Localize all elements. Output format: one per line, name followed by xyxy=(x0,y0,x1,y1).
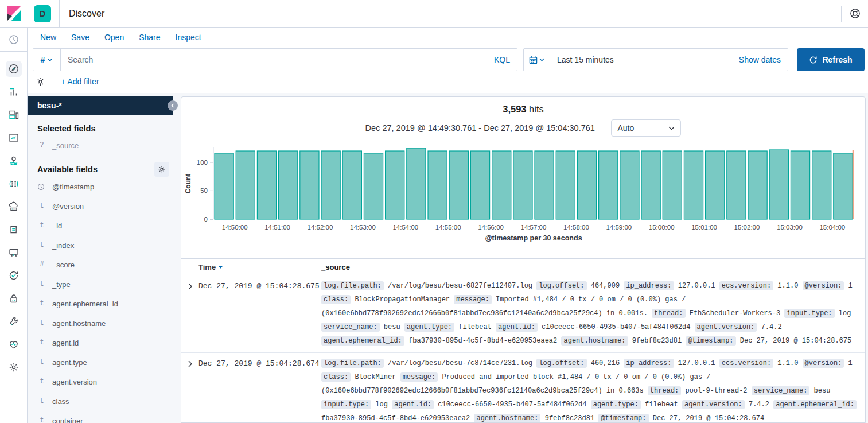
row-time: Dec 27, 2019 @ 15:04:28.674 xyxy=(198,353,321,423)
refresh-button[interactable]: Refresh xyxy=(797,48,865,71)
rail-item-dashboard[interactable] xyxy=(0,103,27,126)
svg-text:14:56:00: 14:56:00 xyxy=(478,224,504,231)
rail-item-stack-monitoring[interactable] xyxy=(0,333,27,356)
field-settings-gear-icon[interactable] xyxy=(154,162,169,177)
field-key-badge: service_name: xyxy=(752,386,810,395)
sort-time-header[interactable]: Time xyxy=(198,263,321,271)
rail-item-visualize[interactable] xyxy=(0,80,27,103)
top-header: D Discover xyxy=(0,0,868,28)
rail-item-maps[interactable] xyxy=(0,149,27,172)
svg-text:0: 0 xyxy=(204,216,208,223)
rail-item-discover[interactable] xyxy=(0,57,27,80)
expand-row-chevron-icon[interactable] xyxy=(181,275,198,293)
field-item-source[interactable]: ?_source xyxy=(28,135,173,155)
results-panel: 3,593 hits Dec 27, 2019 @ 14:49:30.761 -… xyxy=(181,96,866,423)
field-item-index[interactable]: t_index xyxy=(28,235,173,255)
rail-item-canvas[interactable] xyxy=(0,126,27,149)
time-range-field[interactable]: Last 15 minutes Show dates xyxy=(550,49,788,71)
rail-item-siem[interactable] xyxy=(0,287,27,310)
field-name: agent.type xyxy=(52,358,87,367)
index-pattern-header[interactable]: besu-* xyxy=(28,96,173,115)
field-item-version[interactable]: t@version xyxy=(28,196,173,216)
field-type-icon: t xyxy=(37,378,46,386)
svg-text:Count: Count xyxy=(184,174,192,194)
field-item-type[interactable]: t_type xyxy=(28,274,173,294)
field-key-badge: agent.hostname: xyxy=(474,414,540,423)
field-type-icon: # xyxy=(37,261,46,269)
field-type-icon xyxy=(37,183,46,191)
field-key-badge: agent.version: xyxy=(682,400,745,409)
header-divider xyxy=(59,0,60,27)
filter-settings-gear-icon[interactable] xyxy=(33,75,47,88)
field-key-badge: agent.id: xyxy=(392,400,434,409)
rail-item-metrics[interactable] xyxy=(0,195,27,218)
calendar-button[interactable] xyxy=(524,49,550,71)
histogram-chart[interactable]: 050100Count14:50:0014:51:0014:52:0014:53… xyxy=(181,142,865,253)
rail-item-uptime[interactable] xyxy=(0,264,27,287)
svg-text:14:58:00: 14:58:00 xyxy=(563,224,589,231)
field-key-badge: @timestamp: xyxy=(598,414,648,423)
hits-label: hits xyxy=(529,104,544,114)
field-key-badge: agent.ephemeral_id: xyxy=(321,336,404,346)
expand-row-chevron-icon[interactable] xyxy=(181,353,198,370)
rail-item-recently-viewed[interactable] xyxy=(0,28,27,52)
field-key-badge: log.file.path: xyxy=(321,359,384,368)
field-name: _type xyxy=(52,280,71,289)
field-key-badge: input.type: xyxy=(784,309,834,318)
rail-item-machine-learning[interactable] xyxy=(0,172,27,195)
kibana-logo[interactable] xyxy=(0,0,28,27)
siem-icon xyxy=(8,293,20,304)
rail-item-dev-tools[interactable] xyxy=(0,310,27,333)
search-input[interactable] xyxy=(61,55,487,64)
chevron-down-icon xyxy=(668,126,675,130)
field-item-timestamp[interactable]: @timestamp xyxy=(28,177,173,196)
svg-text:15:00:00: 15:00:00 xyxy=(649,224,675,231)
table-row: Dec 27, 2019 @ 15:04:28.675log.file.path… xyxy=(181,275,865,353)
field-type-icon: t xyxy=(37,358,46,366)
field-item-agentephemeralid[interactable]: tagent.ephemeral_id xyxy=(28,294,173,313)
index-pattern-name: besu-* xyxy=(37,101,62,110)
header-divider xyxy=(28,0,28,27)
menu-item-save[interactable]: Save xyxy=(71,33,89,42)
collapse-sidebar-button[interactable] xyxy=(168,100,178,111)
menu-item-share[interactable]: Share xyxy=(139,33,160,42)
field-item-id[interactable]: t_id xyxy=(28,216,173,235)
hits-count: 3,593 hits xyxy=(181,97,865,115)
svg-text:14:51:00: 14:51:00 xyxy=(264,224,290,231)
field-key-badge: message: xyxy=(454,295,492,304)
menu-item-inspect[interactable]: Inspect xyxy=(176,33,201,42)
add-filter-link[interactable]: + Add filter xyxy=(61,77,99,86)
field-key-badge: message: xyxy=(400,372,438,382)
field-item-agenthostname[interactable]: tagent.hostname xyxy=(28,313,173,333)
menu-item-new[interactable]: New xyxy=(40,33,56,42)
recently-viewed-icon xyxy=(8,34,20,45)
field-name: class xyxy=(52,397,69,406)
content-area: besu-* Selected fields ?_source Availabl… xyxy=(28,93,868,423)
rail-item-management[interactable] xyxy=(0,356,27,379)
field-item-agenttype[interactable]: tagent.type xyxy=(28,352,173,372)
field-item-score[interactable]: #_score xyxy=(28,255,173,274)
rail-item-apm[interactable] xyxy=(0,241,27,264)
interval-select[interactable]: Auto xyxy=(611,119,681,137)
field-key-badge: agent.type: xyxy=(591,400,641,409)
field-key-badge: log.offset: xyxy=(536,281,586,290)
time-column-label: Time xyxy=(198,263,216,271)
field-name: agent.hostname xyxy=(52,319,106,328)
field-item-agentid[interactable]: tagent.id xyxy=(28,333,173,352)
field-item-class[interactable]: tclass xyxy=(28,391,173,411)
query-language-toggle[interactable]: # xyxy=(33,49,61,71)
menu-item-open[interactable]: Open xyxy=(104,33,124,42)
kql-button[interactable]: KQL xyxy=(487,55,517,64)
rail-item-logs[interactable] xyxy=(0,218,27,241)
filter-dash xyxy=(49,82,57,82)
help-icon[interactable] xyxy=(842,0,868,27)
menu-bar: NewSaveOpenShareInspect xyxy=(28,28,868,47)
field-key-badge: agent.type: xyxy=(404,323,454,332)
field-item-agentversion[interactable]: tagent.version xyxy=(28,372,173,391)
show-dates-button[interactable]: Show dates xyxy=(739,55,781,64)
field-item-container[interactable]: tcontainer xyxy=(28,411,173,423)
sort-desc-icon xyxy=(218,265,223,269)
fields-sidebar: besu-* Selected fields ?_source Availabl… xyxy=(28,96,181,423)
field-type-icon: t xyxy=(37,280,46,288)
chevron-left-icon xyxy=(170,103,175,108)
